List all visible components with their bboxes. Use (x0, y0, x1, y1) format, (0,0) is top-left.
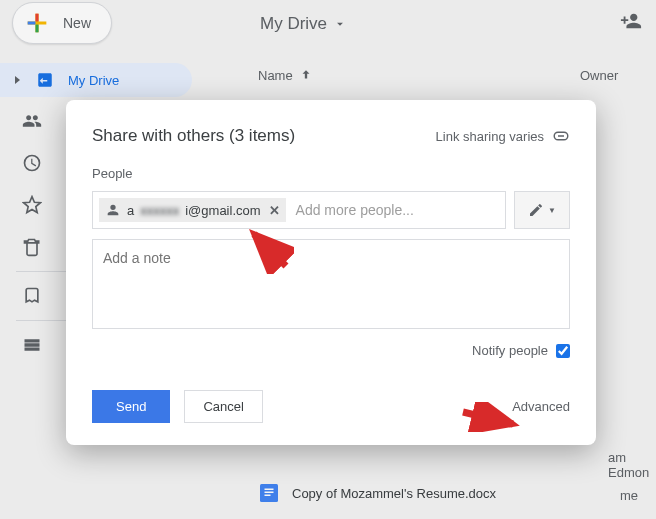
notify-checkbox[interactable] (556, 344, 570, 358)
people-input[interactable]: axxxxxxi@gmail.com ✕ Add more people... (92, 191, 506, 229)
shared-icon[interactable] (22, 111, 42, 131)
link-sharing[interactable]: Link sharing varies (436, 127, 570, 145)
advanced-link[interactable]: Advanced (512, 399, 570, 414)
docs-icon (260, 484, 278, 502)
storage-icon[interactable] (22, 335, 42, 355)
truncated-text: am Edmon (608, 450, 656, 480)
person-icon (105, 202, 121, 218)
svg-rect-1 (265, 489, 274, 491)
arrow-up-icon (299, 68, 313, 82)
pencil-icon (528, 202, 544, 218)
column-name[interactable]: Name (258, 68, 313, 83)
backups-icon[interactable] (22, 286, 42, 306)
columns-header: Name Owner (250, 60, 656, 90)
chevron-down-icon: ▼ (548, 206, 556, 215)
modal-title: Share with others (3 items) (92, 126, 295, 146)
drive-title[interactable]: My Drive (260, 14, 347, 34)
cancel-button[interactable]: Cancel (184, 390, 262, 423)
recent-icon[interactable] (22, 153, 42, 173)
send-button[interactable]: Send (92, 390, 170, 423)
link-icon (552, 127, 570, 145)
chevron-down-icon (333, 17, 347, 31)
add-person-icon[interactable] (620, 10, 642, 36)
new-button-label: New (63, 15, 91, 31)
drive-icon (36, 71, 54, 89)
svg-rect-3 (265, 495, 271, 497)
email-chip[interactable]: axxxxxxi@gmail.com ✕ (99, 198, 286, 222)
trash-icon[interactable] (22, 237, 42, 257)
notify-label: Notify people (472, 343, 548, 358)
note-input[interactable] (92, 239, 570, 329)
add-more-placeholder: Add more people... (296, 202, 414, 218)
svg-rect-2 (265, 492, 274, 494)
starred-icon[interactable] (22, 195, 42, 215)
sidebar-item-mydrive[interactable]: My Drive (0, 63, 192, 97)
column-owner[interactable]: Owner (580, 68, 618, 83)
file-row[interactable]: Copy of Mozammel's Resume.docx (260, 484, 496, 502)
new-button[interactable]: New (12, 2, 112, 44)
permission-dropdown[interactable]: ▼ (514, 191, 570, 229)
people-label: People (92, 166, 570, 181)
expand-icon (12, 75, 22, 85)
remove-chip-icon[interactable]: ✕ (269, 203, 280, 218)
file-owner: me (620, 488, 638, 503)
share-modal: Share with others (3 items) Link sharing… (66, 100, 596, 445)
